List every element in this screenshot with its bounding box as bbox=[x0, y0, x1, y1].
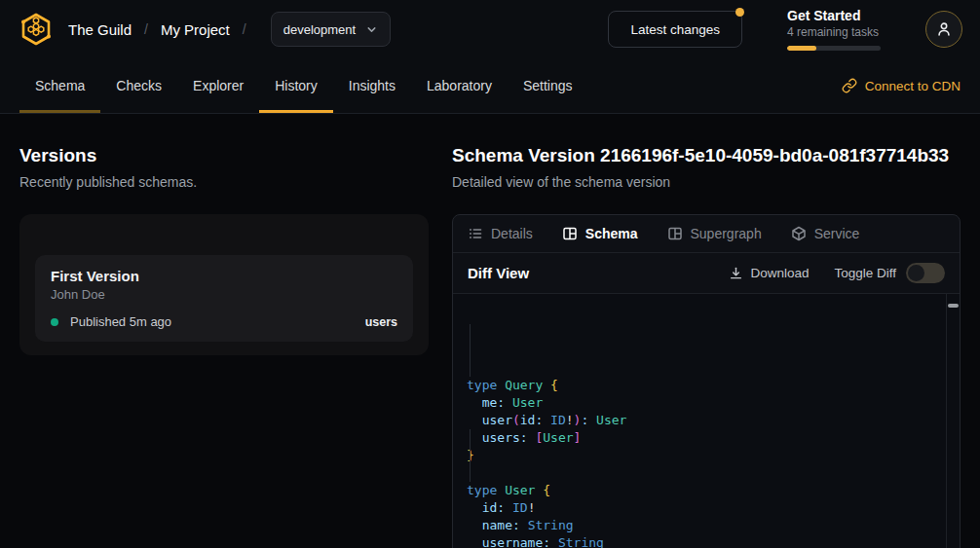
detail-tab-supergraph[interactable]: Supergraph bbox=[667, 226, 762, 241]
detail-tab-label: Supergraph bbox=[691, 226, 762, 241]
connect-to-cdn-link[interactable]: Connect to CDN bbox=[842, 78, 961, 93]
progress-fill bbox=[787, 46, 816, 51]
version-author: John Doe bbox=[51, 287, 397, 302]
tab-insights[interactable]: Insights bbox=[333, 58, 411, 113]
diff-view-title: Diff View bbox=[468, 265, 529, 281]
code-line: } bbox=[467, 447, 936, 464]
chevron-down-icon bbox=[365, 23, 378, 36]
guild-logo-icon[interactable] bbox=[18, 11, 55, 48]
version-status: Published 5m ago bbox=[70, 314, 171, 329]
versions-list-card: First Version John Doe Published 5m ago … bbox=[19, 214, 429, 355]
tab-history[interactable]: History bbox=[259, 58, 333, 113]
code-scrollbar[interactable] bbox=[946, 294, 960, 548]
version-detail-title: Schema Version 2166196f-5e10-4059-bd0a-0… bbox=[452, 143, 961, 168]
detail-tab-service[interactable]: Service bbox=[791, 226, 860, 241]
connect-to-cdn-label: Connect to CDN bbox=[865, 79, 961, 93]
page-content: Versions Recently published schemas. Fir… bbox=[0, 114, 980, 548]
indent-guide bbox=[470, 429, 471, 482]
breadcrumb-org[interactable]: The Guild bbox=[68, 21, 132, 38]
code-line: name: String bbox=[467, 517, 936, 534]
user-avatar[interactable] bbox=[925, 11, 962, 48]
latest-changes-label: Latest changes bbox=[630, 22, 720, 37]
detail-tab-label: Details bbox=[491, 226, 533, 241]
tab-settings[interactable]: Settings bbox=[508, 58, 588, 113]
code-line: user(id: ID!): User bbox=[467, 412, 936, 429]
code-line: type User { bbox=[467, 482, 936, 499]
tab-schema[interactable]: Schema bbox=[19, 58, 100, 113]
breadcrumb-project[interactable]: My Project bbox=[161, 21, 230, 38]
detail-tabs: Details Schema bbox=[453, 215, 960, 252]
version-service-badge: users bbox=[365, 315, 397, 329]
schema-sdl-code[interactable]: type Query { me: User user(id: ID!): Use… bbox=[453, 294, 960, 548]
toggle-diff-label: Toggle Diff bbox=[834, 266, 896, 280]
detail-tab-label: Service bbox=[814, 226, 860, 241]
code-line: username: String bbox=[467, 534, 936, 548]
columns-icon bbox=[562, 226, 578, 241]
schema-code-view: type Query { me: User user(id: ID!): Use… bbox=[453, 293, 960, 548]
versions-column: Versions Recently published schemas. Fir… bbox=[19, 131, 429, 548]
tab-laboratory[interactable]: Laboratory bbox=[411, 58, 508, 113]
version-detail-subtitle: Detailed view of the schema version bbox=[452, 174, 961, 190]
breadcrumb-separator: / bbox=[243, 21, 246, 37]
link-icon bbox=[842, 78, 857, 93]
columns-icon bbox=[667, 226, 683, 241]
get-started-widget[interactable]: Get Started 4 remaining tasks bbox=[787, 8, 881, 51]
code-line bbox=[467, 464, 936, 482]
get-started-progress-bar bbox=[787, 46, 881, 51]
indent-guide bbox=[470, 324, 471, 377]
code-line: users: [User] bbox=[467, 429, 936, 447]
version-detail-panel: Details Schema bbox=[452, 214, 961, 548]
download-button[interactable]: Download bbox=[729, 266, 809, 280]
list-icon bbox=[468, 226, 483, 241]
diff-view-header: Diff View Download Toggle D bbox=[453, 252, 960, 293]
notification-dot bbox=[735, 8, 744, 17]
person-icon bbox=[935, 20, 953, 38]
toggle-knob bbox=[908, 265, 924, 281]
code-line: me: User bbox=[467, 394, 936, 412]
target-selector-value: development bbox=[283, 22, 356, 37]
code-line: type Query { bbox=[467, 377, 936, 394]
published-status-dot bbox=[51, 318, 58, 326]
app-header: The Guild / My Project / development Lat… bbox=[0, 0, 980, 58]
breadcrumb-separator: / bbox=[144, 21, 148, 37]
tab-explorer[interactable]: Explorer bbox=[177, 58, 259, 113]
detail-tab-schema[interactable]: Schema bbox=[562, 226, 638, 241]
download-icon bbox=[729, 266, 743, 280]
main-nav: Schema Checks Explorer History Insights … bbox=[0, 58, 980, 114]
version-name: First Version bbox=[51, 268, 397, 284]
version-list-item[interactable]: First Version John Doe Published 5m ago … bbox=[35, 255, 413, 342]
version-detail-column: Schema Version 2166196f-5e10-4059-bd0a-0… bbox=[452, 131, 961, 548]
toggle-diff-switch[interactable] bbox=[906, 263, 945, 283]
detail-tab-label: Schema bbox=[585, 226, 638, 241]
target-selector-dropdown[interactable]: development bbox=[271, 12, 391, 47]
get-started-title: Get Started bbox=[787, 8, 881, 24]
versions-title: Versions bbox=[19, 143, 429, 168]
get-started-subtitle: 4 remaining tasks bbox=[787, 25, 881, 40]
code-scrollbar-thumb[interactable] bbox=[948, 304, 959, 308]
download-label: Download bbox=[750, 266, 809, 280]
versions-subtitle: Recently published schemas. bbox=[19, 174, 429, 190]
cube-icon bbox=[791, 226, 807, 241]
code-line: id: ID! bbox=[467, 499, 936, 517]
header-right-group: Latest changes Get Started 4 remaining t… bbox=[608, 8, 962, 51]
detail-tab-details[interactable]: Details bbox=[468, 226, 533, 241]
tab-checks[interactable]: Checks bbox=[100, 58, 177, 113]
latest-changes-button[interactable]: Latest changes bbox=[608, 11, 742, 48]
